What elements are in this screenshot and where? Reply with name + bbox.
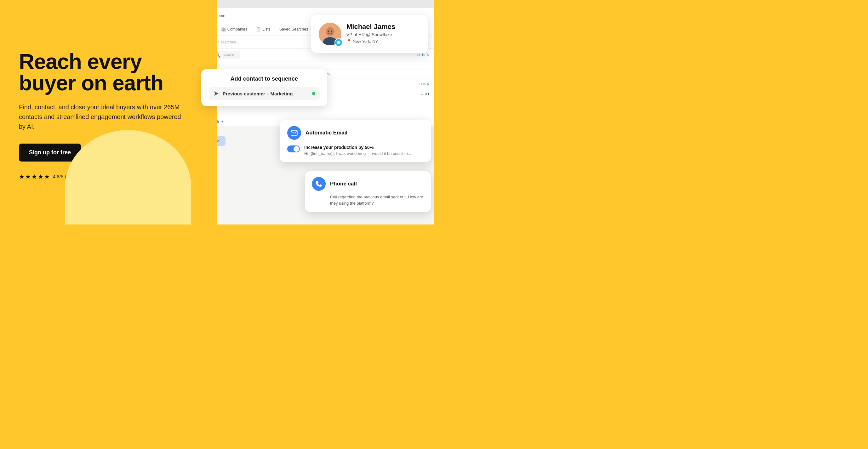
twitter-icon: 𝕏	[427, 53, 429, 57]
profile-info: Michael James VP of HR @ Snowflake 📍 New…	[346, 23, 395, 44]
email-preview: Hi {{first_name}}, I was wondering — wou…	[304, 151, 411, 156]
svg-point-7	[331, 31, 332, 32]
lists-row: Lists	[182, 61, 434, 70]
tab-lists[interactable]: 📋 Lists	[252, 23, 275, 36]
signup-button[interactable]: Sign up for free	[19, 143, 81, 162]
email-header: Automatic Email	[287, 126, 423, 140]
email-title: Automatic Email	[306, 130, 347, 136]
profile-card: Michael James VP of HR @ Snowflake 📍 New…	[311, 15, 428, 53]
star-rating: ★ ★ ★ ★ ★	[19, 173, 50, 181]
phone-icon-circle	[312, 177, 326, 191]
app-mockup-container: 🏠 Home 👥 People 🏢 Companies 📋 Lists Save…	[182, 0, 434, 224]
profile-title: VP of HR @ Snowflake	[346, 32, 395, 37]
row2-social: ⬡ in f	[421, 92, 429, 95]
email-icon-circle	[287, 126, 301, 140]
right-social-icons: ⬡ in 𝕏	[417, 53, 429, 57]
browser-chrome	[182, 0, 434, 8]
twitter-icon-row1: 𝕏	[427, 83, 429, 86]
hubspot-icon-row1: ⬡	[420, 83, 422, 86]
star-5: ★	[44, 173, 50, 181]
phone-card: Phone call Call regarding the previous e…	[305, 171, 431, 212]
sequence-name: Previous customer – Marketing	[223, 91, 293, 96]
snowflake-badge	[335, 38, 343, 46]
email-content-row: Increase your production by 50% Hi {{fir…	[287, 145, 423, 156]
lists-icon: 📋	[256, 27, 261, 31]
star-3: ★	[31, 173, 37, 181]
company-col-label: Company	[315, 72, 429, 76]
phone-title: Phone call	[330, 181, 357, 187]
vp-filter-row: Vp M...	[182, 108, 434, 117]
svg-point-6	[328, 31, 329, 32]
phone-header: Phone call	[312, 177, 424, 191]
app-mockup: 🏠 Home 👥 People 🏢 Companies 📋 Lists Save…	[182, 0, 434, 224]
send-icon	[213, 90, 219, 97]
fb-icon-row2: f	[428, 92, 429, 95]
tab-saved-searches[interactable]: Saved Searches	[275, 23, 313, 36]
tab-companies[interactable]: 🏢 Companies	[217, 23, 252, 36]
phone-text: Call regarding the previous email sent o…	[312, 194, 424, 206]
sequence-title: Add contact to sequence	[209, 75, 320, 82]
search-placeholder: Search...	[223, 53, 237, 57]
avatar-container	[319, 23, 341, 45]
active-status-dot	[312, 92, 315, 95]
linkedin-icon-row2: in	[425, 92, 427, 95]
email-content: Increase your production by 50% Hi {{fir…	[304, 145, 411, 156]
star-1: ★	[19, 173, 25, 181]
row1-social: ⬡ in 𝕏	[420, 83, 429, 86]
chevron-down-icon: ▾	[221, 120, 223, 123]
linkedin-icon: in	[422, 53, 425, 57]
star-2: ★	[25, 173, 31, 181]
sequence-search-bar[interactable]: Previous customer – Marketing	[209, 87, 320, 100]
star-4: ★	[38, 173, 43, 181]
hero-subtext: Find, contact, and close your ideal buye…	[19, 102, 183, 132]
svg-rect-13	[291, 130, 297, 135]
svg-marker-12	[214, 91, 219, 96]
location-icon: 📍	[346, 39, 351, 44]
linkedin-icon-row1: in	[423, 83, 426, 86]
email-subject: Increase your production by 50%	[304, 145, 411, 150]
hero-headline: Reach every buyer on earth	[19, 51, 198, 94]
toggle-switch[interactable]	[287, 146, 300, 152]
hero-section: Reach every buyer on earth Find, contact…	[0, 0, 217, 224]
sequence-card: Add contact to sequence Previous custome…	[201, 69, 327, 106]
profile-location: 📍 New York, NY	[346, 39, 395, 44]
email-card: Automatic Email Increase your production…	[280, 120, 431, 162]
toggle-knob	[293, 146, 299, 152]
companies-icon: 🏢	[221, 27, 226, 31]
hubspot-icon: ⬡	[417, 53, 420, 57]
shopify-icon: ⬡	[421, 92, 423, 95]
profile-name: Michael James	[346, 23, 395, 31]
